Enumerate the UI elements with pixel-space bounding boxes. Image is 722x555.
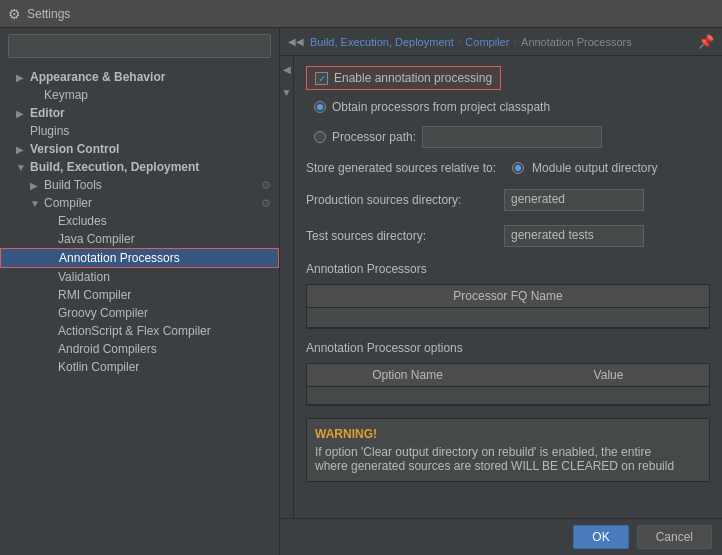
options-table-row-left: [307, 387, 508, 405]
radio-processor-path-row: Processor path:: [306, 124, 710, 150]
options-table-row-right: [508, 387, 709, 405]
processor-path-input[interactable]: [422, 126, 602, 148]
sidebar-item-label: Editor: [30, 106, 271, 120]
sidebar-item-version-control[interactable]: Version Control: [0, 140, 279, 158]
cancel-button[interactable]: Cancel: [637, 525, 712, 549]
option-value-header: Value: [508, 364, 709, 387]
title-bar: ⚙ Settings: [0, 0, 722, 28]
warning-title: WARNING!: [315, 427, 701, 441]
radio-classpath-label: Obtain processors from project classpath: [332, 100, 550, 114]
enable-annotation-label: Enable annotation processing: [334, 71, 492, 85]
enable-annotation-row: Enable annotation processing: [306, 66, 501, 90]
sidebar-item-label: Kotlin Compiler: [58, 360, 271, 374]
sidebar-item-build-tools[interactable]: Build Tools ⚙: [0, 176, 279, 194]
sidebar-item-label: Groovy Compiler: [58, 306, 271, 320]
arrow-icon: [16, 162, 30, 173]
store-sources-label: Store generated sources relative to:: [306, 161, 496, 175]
sidebar-item-label: Build, Execution, Deployment: [30, 160, 271, 174]
sidebar-item-validation[interactable]: Validation: [0, 268, 279, 286]
sidebar-item-build-execution[interactable]: Build, Execution, Deployment: [0, 158, 279, 176]
window-title: Settings: [27, 7, 70, 21]
arrow-icon: [16, 144, 30, 155]
warning-box: WARNING! If option 'Clear output directo…: [306, 418, 710, 482]
right-panel: ◀◀ Build, Execution, Deployment › Compil…: [280, 28, 722, 555]
breadcrumb-build[interactable]: Build, Execution, Deployment: [310, 36, 454, 48]
processor-fq-name-header: Processor FQ Name: [307, 285, 709, 308]
sidebar-item-groovy-compiler[interactable]: Groovy Compiler: [0, 304, 279, 322]
annotation-options-table: Option Name Value: [306, 363, 710, 406]
sidebar-item-label: Java Compiler: [58, 232, 271, 246]
store-sources-value: Module output directory: [532, 161, 657, 175]
sidebar: Appearance & Behavior Keymap Editor Plug…: [0, 28, 280, 555]
test-sources-input[interactable]: generated tests: [504, 225, 644, 247]
collapse-left-icon[interactable]: ◀◀: [288, 34, 304, 49]
sidebar-item-label: Plugins: [30, 124, 271, 138]
sidebar-item-label: RMI Compiler: [58, 288, 271, 302]
radio-classpath[interactable]: [314, 101, 326, 113]
prod-sources-label: Production sources directory:: [306, 193, 496, 207]
annotation-processors-section-label: Annotation Processors: [306, 262, 710, 276]
arrow-icon: [16, 72, 30, 83]
annotation-processors-table: Processor FQ Name: [306, 284, 710, 329]
sidebar-item-label: Compiler: [44, 196, 257, 210]
sidebar-item-android-compilers[interactable]: Android Compilers: [0, 340, 279, 358]
option-name-header: Option Name: [307, 364, 508, 387]
radio-processor-path-label: Processor path:: [332, 130, 416, 144]
prod-sources-input[interactable]: generated: [504, 189, 644, 211]
test-sources-row: Test sources directory: generated tests: [306, 222, 710, 250]
content-area: Enable annotation processing Obtain proc…: [294, 56, 722, 518]
radio-module-output[interactable]: [512, 162, 524, 174]
prod-sources-row: Production sources directory: generated: [306, 186, 710, 214]
bottom-bar: OK Cancel: [280, 518, 722, 555]
breadcrumb-annotation: Annotation Processors: [521, 36, 632, 48]
sidebar-item-editor[interactable]: Editor: [0, 104, 279, 122]
ok-button[interactable]: OK: [573, 525, 628, 549]
sidebar-item-label: Build Tools: [44, 178, 257, 192]
breadcrumb-compiler[interactable]: Compiler: [465, 36, 509, 48]
sidebar-item-label: Validation: [58, 270, 271, 284]
tree: Appearance & Behavior Keymap Editor Plug…: [0, 64, 279, 555]
sidebar-item-compiler[interactable]: Compiler ⚙: [0, 194, 279, 212]
sidebar-item-label: Android Compilers: [58, 342, 271, 356]
sidebar-item-label: Annotation Processors: [59, 251, 270, 265]
sidebar-item-annotation-processors[interactable]: Annotation Processors: [0, 248, 279, 268]
pin-icon[interactable]: 📌: [698, 34, 714, 49]
annotation-processor-options-label: Annotation Processor options: [306, 341, 710, 355]
collapse-up-icon[interactable]: ◀: [283, 64, 291, 75]
sidebar-item-appearance[interactable]: Appearance & Behavior: [0, 68, 279, 86]
search-input[interactable]: [15, 39, 264, 53]
enable-annotation-checkbox[interactable]: [315, 72, 328, 85]
collapse-down-icon[interactable]: ▼: [282, 87, 292, 98]
sidebar-item-actionscript[interactable]: ActionScript & Flex Compiler: [0, 322, 279, 340]
gear-icon: ⚙: [261, 179, 271, 192]
processor-table-row: [307, 308, 709, 328]
radio-classpath-row: Obtain processors from project classpath: [306, 98, 710, 116]
sidebar-item-label: Excludes: [58, 214, 271, 228]
arrow-icon: [30, 180, 44, 191]
sidebar-item-kotlin-compiler[interactable]: Kotlin Compiler: [0, 358, 279, 376]
sidebar-item-java-compiler[interactable]: Java Compiler: [0, 230, 279, 248]
test-sources-label: Test sources directory:: [306, 229, 496, 243]
arrow-icon: [16, 108, 30, 119]
gear-icon: ⚙: [261, 197, 271, 210]
warning-text: If option 'Clear output directory on reb…: [315, 445, 701, 473]
settings-icon: ⚙: [8, 6, 21, 22]
sidebar-item-keymap[interactable]: Keymap: [0, 86, 279, 104]
search-box[interactable]: [8, 34, 271, 58]
sidebar-item-plugins[interactable]: Plugins: [0, 122, 279, 140]
store-sources-row: Store generated sources relative to: Mod…: [306, 158, 710, 178]
side-collapse-panel: ◀ ▼: [280, 56, 294, 518]
arrow-icon: [30, 198, 44, 209]
sidebar-item-label: Keymap: [44, 88, 271, 102]
sidebar-item-excludes[interactable]: Excludes: [0, 212, 279, 230]
sidebar-item-label: ActionScript & Flex Compiler: [58, 324, 271, 338]
sidebar-item-label: Appearance & Behavior: [30, 70, 271, 84]
main-container: Appearance & Behavior Keymap Editor Plug…: [0, 28, 722, 555]
radio-processor-path[interactable]: [314, 131, 326, 143]
breadcrumb: ◀◀ Build, Execution, Deployment › Compil…: [280, 28, 722, 56]
sidebar-item-rmi-compiler[interactable]: RMI Compiler: [0, 286, 279, 304]
sidebar-item-label: Version Control: [30, 142, 271, 156]
